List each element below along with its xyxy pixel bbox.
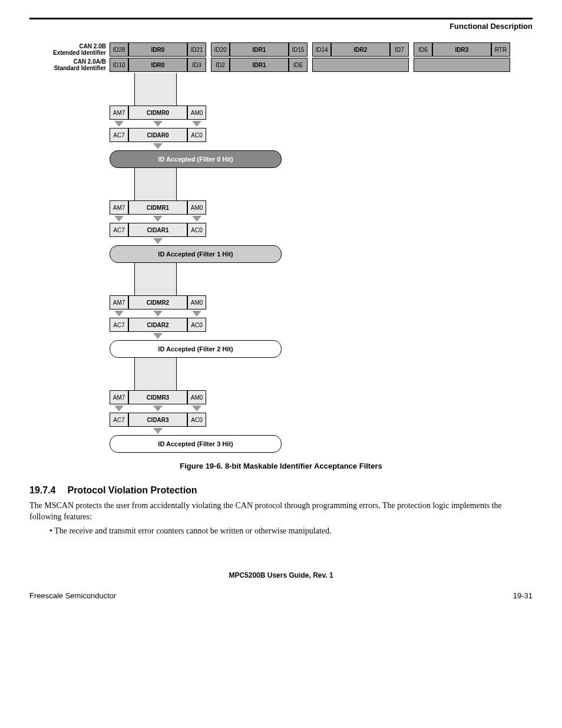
filter-hit-indicator: ID Accepted (Filter 2 Hit): [110, 340, 282, 358]
identifier-cell: ID28: [110, 42, 128, 57]
arrow-down-icon: [153, 121, 163, 127]
identifier-cell: ID21: [187, 42, 206, 57]
section-title: Protocol Violation Protection: [67, 485, 197, 495]
identifier-register-empty: [414, 58, 510, 72]
acceptance-register-cell: AC7: [110, 223, 128, 237]
arrow-down-icon: [153, 238, 163, 244]
filter-hit-indicator: ID Accepted (Filter 1 Hit): [110, 245, 282, 263]
footer-right: 19-31: [513, 591, 533, 600]
footer-center: MPC5200B Users Guide, Rev. 1: [29, 571, 533, 579]
identifier-cell: ID14: [312, 42, 331, 57]
identifier-cell: IDR2: [331, 42, 390, 57]
mask-register-cell: CIDMR3: [128, 390, 187, 404]
arrow-down-icon: [153, 333, 163, 339]
identifier-cell: ID2: [211, 58, 230, 72]
identifier-cell: IDR1: [230, 42, 289, 57]
arrow-down-icon: [153, 216, 163, 222]
acceptance-register-cell: AC7: [110, 128, 128, 142]
identifier-cell: ID15: [289, 42, 308, 57]
arrow-down-icon: [114, 406, 124, 411]
flow-connector: [134, 263, 177, 295]
mask-register-cell: CIDMR0: [128, 106, 187, 120]
arrow-down-icon: [192, 216, 201, 222]
arrow-down-icon: [153, 406, 163, 411]
mask-register-cell: AM0: [187, 200, 206, 215]
bullet-item: • The receive and transmit error counter…: [59, 526, 533, 536]
section-number: 19.7.4: [29, 485, 65, 496]
identifier-label: CAN 2.0BExtended Identifier: [47, 43, 110, 56]
page-header: Functional Description: [29, 22, 533, 31]
acceptance-register-cell: AC0: [187, 318, 206, 332]
acceptance-register-cell: AC0: [187, 413, 206, 427]
identifier-cell: ID10: [110, 58, 128, 72]
figure-diagram: CAN 2.0BExtended IdentifierID28IDR0ID21I…: [47, 42, 533, 453]
identifier-register-empty: [312, 58, 409, 72]
arrow-down-icon: [153, 143, 163, 149]
identifier-cell: RTR: [491, 42, 510, 57]
mask-register-cell: AM0: [187, 106, 206, 120]
acceptance-register-cell: AC7: [110, 318, 128, 332]
section-heading: 19.7.4 Protocol Violation Protection: [29, 485, 533, 496]
mask-register-cell: AM0: [187, 295, 206, 309]
arrow-down-icon: [114, 216, 124, 222]
mask-register-cell: AM7: [110, 295, 128, 309]
flow-connector: [134, 168, 177, 200]
arrow-down-icon: [192, 311, 201, 317]
arrow-down-icon: [114, 121, 124, 127]
acceptance-register-cell: AC7: [110, 413, 128, 427]
identifier-cell: ID6: [414, 42, 432, 57]
identifier-cell: ID20: [211, 42, 230, 57]
mask-register-cell: AM7: [110, 390, 128, 404]
mask-register-cell: CIDMR1: [128, 200, 187, 215]
identifier-cell: IDR0: [128, 42, 187, 57]
filter-hit-indicator: ID Accepted (Filter 0 Hit): [110, 150, 282, 168]
footer-left: Freescale Semiconductor: [29, 591, 116, 600]
flow-connector: [134, 73, 177, 106]
mask-register-cell: AM0: [187, 390, 206, 404]
arrow-down-icon: [153, 428, 163, 434]
figure-caption: Figure 19-6. 8-bit Maskable Identifier A…: [29, 462, 533, 470]
header-rule: [29, 18, 533, 19]
acceptance-register-cell: AC0: [187, 128, 206, 142]
identifier-cell: IDR3: [432, 42, 491, 57]
arrow-down-icon: [114, 311, 124, 317]
identifier-label: CAN 2.0A/BStandard Identifier: [47, 58, 110, 71]
section-paragraph: The MSCAN protects the user from acciden…: [29, 500, 533, 523]
mask-register-cell: CIDMR2: [128, 295, 187, 309]
filter-hit-indicator: ID Accepted (Filter 3 Hit): [110, 435, 282, 453]
mask-register-cell: AM7: [110, 200, 128, 215]
flow-connector: [134, 358, 177, 390]
acceptance-register-cell: AC0: [187, 223, 206, 237]
identifier-cell: IDE: [289, 58, 308, 72]
mask-register-cell: AM7: [110, 106, 128, 120]
acceptance-register-cell: CIDAR1: [128, 223, 187, 237]
arrow-down-icon: [192, 406, 201, 411]
acceptance-register-cell: CIDAR2: [128, 318, 187, 332]
identifier-cell: ID7: [390, 42, 409, 57]
acceptance-register-cell: CIDAR3: [128, 413, 187, 427]
identifier-cell: ID3: [187, 58, 206, 72]
arrow-down-icon: [153, 311, 163, 317]
identifier-cell: IDR1: [230, 58, 289, 72]
identifier-cell: IDR0: [128, 58, 187, 72]
arrow-down-icon: [192, 121, 201, 127]
acceptance-register-cell: CIDAR0: [128, 128, 187, 142]
